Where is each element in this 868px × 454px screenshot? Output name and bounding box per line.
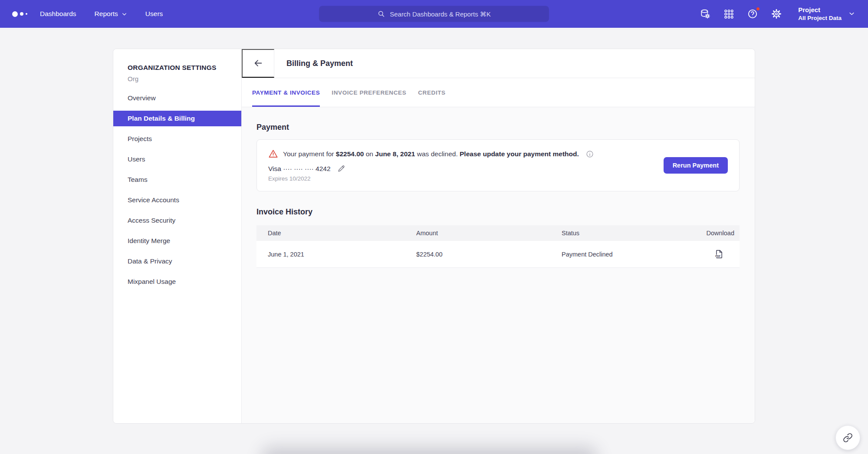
sidebar-nav: Overview Plan Details & Billing Projects… [113,90,241,290]
settings-main: Billing & Payment PAYMENT & INVOICES INV… [242,49,755,423]
card-number-masked: Visa ···· ···· ···· 4242 [268,165,331,173]
project-switcher[interactable]: Project All Project Data [798,6,855,22]
nav-item-reports-label: Reports [95,10,118,18]
mixpanel-logo[interactable] [12,11,27,17]
link-icon [843,433,853,443]
copy-link-button[interactable] [835,425,860,450]
settings-gear-icon[interactable] [771,8,782,20]
project-label: Project [798,6,842,14]
alert-text: Your payment for $2254.00 on June 8, 202… [283,150,579,158]
project-value: All Project Data [798,14,842,22]
payment-card: Your payment for $2254.00 on June 8, 202… [256,139,740,191]
back-button[interactable] [242,49,274,78]
invoice-status: Payment Declined [562,251,683,258]
payment-method-row: Visa ···· ···· ···· 4242 [268,164,664,173]
data-management-icon[interactable] [700,8,711,20]
sidebar-item-overview[interactable]: Overview [113,90,241,106]
organization-settings-panel: ORGANIZATION SETTINGS Org Overview Plan … [113,49,755,424]
invoice-row: June 1, 2021 $2254.00 Payment Declined P… [256,241,740,268]
sidebar-item-data-privacy[interactable]: Data & Privacy [113,253,241,269]
nav-item-dashboards[interactable]: Dashboards [40,10,76,18]
edit-pencil-icon[interactable] [337,164,346,173]
invoice-history-title: Invoice History [256,191,740,217]
help-icon[interactable] [747,8,758,20]
sidebar-org-name: Org [113,72,241,82]
search-icon [377,10,385,18]
navbar-right: Project All Project Data [700,0,855,28]
column-header-date: Date [256,230,416,237]
alert-date: June 8, 2021 [375,150,415,158]
sidebar-title: ORGANIZATION SETTINGS [113,64,241,72]
payment-section-title: Payment [256,107,740,132]
rerun-payment-button[interactable]: Rerun Payment [664,157,728,174]
sidebar-item-users[interactable]: Users [113,151,241,167]
alert-mid: on [364,150,375,158]
tab-credits[interactable]: CREDITS [418,78,445,107]
column-header-amount: Amount [416,230,562,237]
payment-card-left: Your payment for $2254.00 on June 8, 202… [268,149,664,182]
card-expiry: Expires 10/2022 [268,175,664,182]
sidebar-item-access-security[interactable]: Access Security [113,213,241,228]
search-placeholder: Search Dashboards & Reports ⌘K [390,10,491,18]
apps-grid-icon[interactable] [723,9,734,20]
logo-dot-medium [20,12,23,16]
navbar-left: Dashboards Reports Users [0,10,163,18]
arrow-left-icon [253,58,263,69]
top-navbar: Dashboards Reports Users Search Dashboar… [0,0,868,28]
warning-triangle-icon [268,149,278,159]
chevron-down-icon [122,11,127,17]
chevron-down-icon [848,10,855,17]
alert-prefix: Your payment for [283,150,336,158]
logo-dot-large [12,11,18,17]
sidebar-item-service-accounts[interactable]: Service Accounts [113,192,241,208]
nav-item-users[interactable]: Users [145,10,163,18]
alert-amount: $2254.00 [336,150,364,158]
alert-suffix: was declined. [415,150,460,158]
column-header-status: Status [562,230,683,237]
sidebar-item-identity-merge[interactable]: Identity Merge [113,233,241,249]
global-search-input[interactable]: Search Dashboards & Reports ⌘K [319,6,549,22]
page-header: Billing & Payment [242,49,755,78]
tab-invoice-preferences[interactable]: INVOICE PREFERENCES [332,78,406,107]
sidebar-item-mixpanel-usage[interactable]: Mixpanel Usage [113,274,241,290]
invoice-table: Date Amount Status Download June 1, 2021… [256,225,740,268]
logo-dot-small [26,13,27,15]
tab-content: Payment Your payment for $2254.00 on Jun… [242,107,755,423]
sidebar-item-projects[interactable]: Projects [113,131,241,147]
payment-declined-alert: Your payment for $2254.00 on June 8, 202… [268,149,664,159]
page-title: Billing & Payment [286,59,353,68]
tab-payment-invoices[interactable]: PAYMENT & INVOICES [252,78,320,107]
invoice-table-header: Date Amount Status Download [256,225,740,241]
settings-sidebar: ORGANIZATION SETTINGS Org Overview Plan … [113,49,242,423]
sidebar-item-teams[interactable]: Teams [113,172,241,188]
info-icon[interactable] [585,150,594,158]
primary-nav: Dashboards Reports Users [40,10,163,18]
project-switcher-text: Project All Project Data [798,6,842,22]
column-header-download: Download [683,230,740,237]
nav-item-reports[interactable]: Reports [95,10,127,18]
pdf-download-icon[interactable]: PDF [714,249,724,259]
invoice-amount: $2254.00 [416,251,562,258]
sidebar-item-plan-details-billing[interactable]: Plan Details & Billing [113,111,241,126]
invoice-date: June 1, 2021 [256,251,416,258]
svg-text:PDF: PDF [715,255,720,257]
alert-action: Please update your payment method. [460,150,579,158]
billing-tabs: PAYMENT & INVOICES INVOICE PREFERENCES C… [242,78,755,107]
notification-badge [756,7,760,11]
